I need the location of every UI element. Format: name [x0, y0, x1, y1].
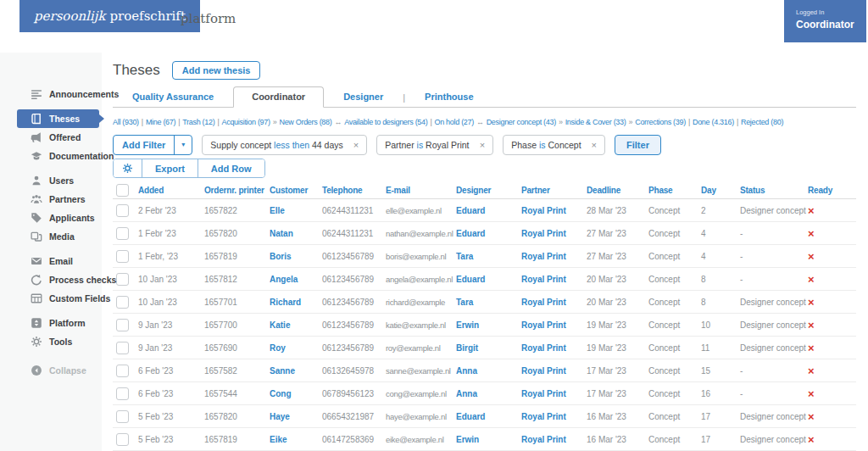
sidebar-item-users[interactable]: Users — [0, 171, 102, 190]
chevron-down-icon[interactable]: ▾ — [174, 136, 192, 154]
export-button[interactable]: Export — [142, 159, 198, 177]
column-header-deadline[interactable]: Deadline — [587, 186, 648, 195]
cell-partner[interactable]: Royal Print — [521, 389, 587, 398]
column-header-e-mail[interactable]: E-mail — [386, 186, 456, 195]
column-header-phase[interactable]: Phase — [648, 186, 701, 195]
status-link-rejected[interactable]: Rejected (80) — [741, 118, 783, 126]
sidebar-item-announcements[interactable]: Announcements — [0, 85, 102, 103]
cell-partner[interactable]: Royal Print — [521, 229, 587, 238]
cell-designer[interactable]: Erwin — [456, 435, 521, 444]
status-link-on-hold[interactable]: On hold (27) — [435, 118, 474, 126]
cell-partner[interactable]: Royal Print — [521, 206, 587, 215]
cell-customer[interactable]: Cong — [270, 389, 322, 398]
cell-partner[interactable]: Royal Print — [521, 435, 587, 444]
row-checkbox[interactable] — [116, 410, 129, 423]
cell-customer[interactable]: Boris — [270, 252, 322, 261]
cell-partner[interactable]: Royal Print — [521, 252, 587, 261]
tab-printhouse[interactable]: Printhouse — [405, 87, 492, 107]
sidebar-item-partners[interactable]: Partners — [0, 190, 102, 209]
cell-customer[interactable]: Katie — [270, 320, 322, 330]
row-checkbox[interactable] — [116, 365, 129, 377]
status-link-mine[interactable]: Mine (67) — [146, 118, 175, 126]
cell-partner[interactable]: Royal Print — [521, 320, 587, 330]
sidebar-item-applicants[interactable]: Applicants — [0, 209, 102, 227]
column-header-partner[interactable]: Partner — [521, 186, 587, 195]
cell-designer[interactable]: Birgit — [456, 343, 521, 353]
status-link-all[interactable]: All (930) — [113, 118, 139, 126]
cell-customer[interactable]: Richard — [270, 298, 322, 307]
cell-designer[interactable]: Anna — [456, 389, 521, 398]
status-link-done[interactable]: Done (4.316) — [693, 118, 734, 126]
status-separator: | — [142, 118, 143, 126]
row-checkbox[interactable] — [116, 296, 129, 309]
column-header-status[interactable]: Status — [740, 186, 808, 195]
status-link-inside-cover[interactable]: Inside & Cover (33) — [565, 118, 626, 126]
column-header-added[interactable]: Added — [138, 186, 204, 195]
table-settings-button[interactable] — [114, 159, 142, 177]
cell-designer[interactable]: Eduard — [456, 275, 521, 284]
cell-customer[interactable]: Natan — [270, 229, 322, 238]
cell-designer[interactable]: Tara — [456, 252, 521, 261]
sidebar-item-documentation[interactable]: Documentation — [0, 147, 102, 165]
sidebar-item-platform[interactable]: Platform — [0, 314, 102, 332]
cell-customer[interactable]: Haye — [270, 412, 322, 421]
cell-customer[interactable]: Sanne — [270, 366, 322, 376]
close-icon[interactable]: × — [480, 140, 485, 150]
cell-designer[interactable]: Eduard — [456, 229, 521, 238]
sidebar-item-custom-fields[interactable]: Custom Fields — [0, 289, 102, 308]
tab-coordinator[interactable]: Coordinator — [233, 86, 324, 108]
cell-customer[interactable]: Roy — [270, 343, 322, 353]
row-checkbox[interactable] — [116, 387, 129, 400]
sidebar-item-media[interactable]: Media — [0, 227, 102, 246]
sidebar-item-tools[interactable]: Tools — [0, 332, 102, 351]
column-header-telephone[interactable]: Telephone — [322, 186, 386, 195]
row-checkbox[interactable] — [116, 319, 129, 331]
cell-designer[interactable]: Anna — [456, 366, 521, 376]
add-new-thesis-button[interactable]: Add new thesis — [172, 61, 261, 80]
column-header-customer[interactable]: Customer — [270, 186, 322, 195]
add-filter-button[interactable]: Add Filter ▾ — [113, 135, 192, 155]
sidebar-item-offered[interactable]: Offered — [0, 128, 102, 147]
cell-designer[interactable]: Eduard — [456, 412, 521, 421]
sidebar-collapse-button[interactable]: Collapse — [0, 361, 102, 380]
cell-customer[interactable]: Elle — [270, 206, 322, 215]
column-header-ordernr-printer[interactable]: Ordernr. printer — [204, 186, 270, 195]
tab-quality-assurance[interactable]: Quality Assurance — [113, 87, 233, 107]
cell-partner[interactable]: Royal Print — [521, 366, 587, 376]
cell-partner[interactable]: Royal Print — [521, 412, 587, 421]
logo[interactable]: persoonlijk proefschrift — [19, 0, 200, 32]
column-header-day[interactable]: Day — [701, 186, 740, 195]
row-checkbox[interactable] — [116, 250, 129, 263]
cell-designer[interactable]: Tara — [456, 298, 521, 307]
sidebar-item-theses[interactable]: Theses — [0, 109, 102, 128]
status-link-designer-concept[interactable]: Designer concept (43) — [487, 118, 556, 126]
status-link-new-orders[interactable]: New Orders (88) — [279, 118, 331, 126]
column-header-ready[interactable]: Ready — [808, 186, 856, 195]
row-checkbox[interactable] — [116, 273, 129, 286]
cell-partner[interactable]: Royal Print — [521, 298, 587, 307]
row-checkbox[interactable] — [116, 227, 129, 240]
close-icon[interactable]: × — [353, 140, 359, 150]
add-filter-label[interactable]: Add Filter — [114, 136, 174, 154]
cell-partner[interactable]: Royal Print — [521, 275, 587, 284]
cell-designer[interactable]: Erwin — [456, 320, 521, 330]
cell-customer[interactable]: Eike — [270, 435, 322, 444]
sidebar-item-email[interactable]: Email — [0, 252, 102, 270]
tab-designer[interactable]: Designer — [324, 87, 403, 107]
add-row-button[interactable]: Add Row — [198, 159, 264, 177]
column-header-designer[interactable]: Designer — [456, 186, 521, 195]
status-link-acquisition[interactable]: Acquisition (97) — [221, 118, 270, 126]
status-link-trash[interactable]: Trash (12) — [182, 118, 214, 126]
select-all-checkbox[interactable] — [116, 184, 129, 197]
sidebar-item-process-checks[interactable]: Process checks — [0, 270, 102, 289]
row-checkbox[interactable] — [116, 433, 129, 446]
status-link-corrections[interactable]: Corrections (39) — [635, 118, 686, 126]
cell-partner[interactable]: Royal Print — [521, 343, 587, 353]
close-icon[interactable]: × — [592, 140, 597, 150]
cell-customer[interactable]: Angela — [270, 275, 322, 284]
status-link-available-to-designers[interactable]: Available to designers (54) — [344, 118, 427, 126]
row-checkbox[interactable] — [116, 204, 129, 217]
cell-designer[interactable]: Eduard — [456, 206, 521, 215]
filter-button[interactable]: Filter — [615, 135, 661, 155]
row-checkbox[interactable] — [116, 342, 129, 354]
